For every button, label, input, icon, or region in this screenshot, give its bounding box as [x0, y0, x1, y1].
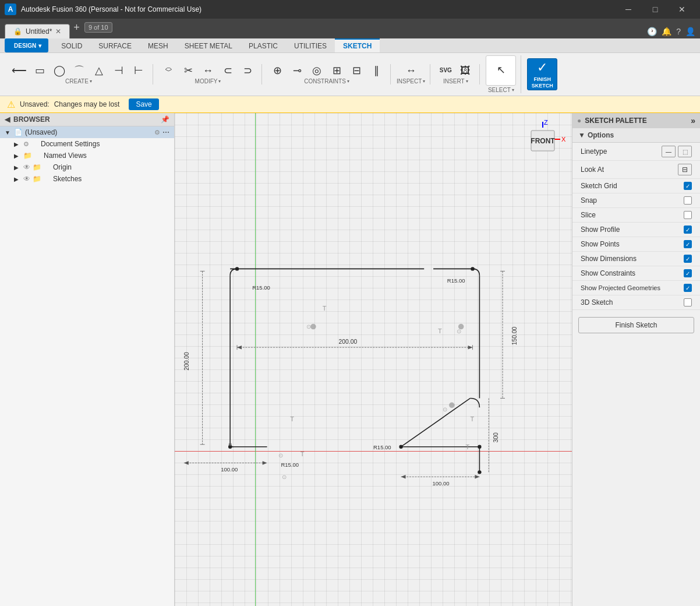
titlebar: A Autodesk Fusion 360 (Personal - Not fo… — [0, 0, 700, 19]
tab-solid[interactable]: SOLID — [53, 38, 90, 52]
named-views-folder-icon: 📁 — [23, 152, 32, 160]
more-icon[interactable]: ⋯ — [162, 128, 169, 136]
palette-options-section[interactable]: ▼ Options — [572, 128, 700, 143]
maximize-button[interactable]: □ — [642, 0, 669, 19]
linetype-solid-icon[interactable]: — — [662, 146, 676, 157]
show-projected-checkbox[interactable]: ✓ — [684, 284, 692, 292]
fillet-icon: ⌔ — [165, 65, 172, 76]
create-mirror-btn[interactable]: ⊣ — [109, 64, 128, 77]
unsaved-toggle-icon[interactable]: ▼ — [5, 129, 12, 136]
tab-sheet-metal[interactable]: SHEET METAL — [176, 38, 241, 52]
design-dropdown[interactable]: DESIGN ▾ — [5, 38, 48, 52]
browser-item-sketches[interactable]: ▶ 👁 📁 Sketches — [0, 173, 174, 185]
ribbon-group-insert: SVG 🖼 INSERT ▾ — [432, 64, 480, 84]
slice-label: Slice — [581, 211, 684, 219]
3d-sketch-checkbox[interactable] — [684, 298, 692, 306]
trim-btn[interactable]: ✂ — [179, 64, 197, 77]
modify-label[interactable]: MODIFY ▾ — [195, 78, 221, 84]
browser-expand-icon[interactable]: ◀ — [5, 115, 10, 124]
create-rect-btn[interactable]: ▭ — [30, 64, 49, 77]
minimize-button[interactable]: ─ — [615, 0, 642, 19]
active-tab[interactable]: 🔒 Untitled* ✕ — [5, 24, 70, 38]
bell-icon[interactable]: 🔔 — [662, 27, 671, 36]
parallel-icon: ∥ — [374, 65, 379, 76]
doc-gear-icon: ⚙ — [23, 140, 29, 148]
sketches-eye-icon[interactable]: 👁 — [23, 175, 30, 183]
modify-tools: ⌔ ✂ ↔ ⊂ ⊃ — [159, 64, 257, 77]
save-button[interactable]: Save — [129, 98, 158, 110]
select-btn[interactable]: ↖ — [486, 55, 516, 86]
tab-close-icon[interactable]: ✕ — [55, 27, 61, 36]
tab-mesh[interactable]: MESH — [140, 38, 176, 52]
view-cube[interactable]: Z X FRONT — [519, 119, 566, 165]
tab-surface[interactable]: SURFACE — [90, 38, 140, 52]
add-tab-button[interactable]: + — [73, 22, 80, 33]
break-btn[interactable]: ⊂ — [218, 64, 237, 77]
options-arrow-icon: ▼ — [578, 131, 585, 139]
fillet-btn[interactable]: ⌔ — [159, 64, 178, 77]
origin-toggle-icon[interactable]: ▶ — [14, 164, 21, 171]
create-label[interactable]: CREATE ▾ — [65, 78, 92, 84]
browser-item-unsaved[interactable]: ▼ 📄 (Unsaved) ⚙ ⋯ — [0, 126, 174, 138]
midpoint-btn[interactable]: ⊞ — [327, 64, 346, 77]
create-circle-btn[interactable]: ◯ — [50, 64, 69, 77]
browser-item-origin[interactable]: ▶ 👁 📁 Origin — [0, 161, 174, 173]
palette-collapse-button[interactable]: » — [691, 116, 695, 125]
dimension-btn[interactable]: ↔ — [402, 64, 420, 77]
inspect-label[interactable]: INSPECT ▾ — [397, 78, 425, 84]
poly-icon: △ — [95, 65, 103, 76]
linetype-dashed-icon[interactable]: ⬚ — [678, 146, 692, 157]
show-profile-checkbox[interactable]: ✓ — [684, 226, 692, 234]
close-button[interactable]: ✕ — [669, 0, 695, 19]
extend-icon: ↔ — [203, 65, 213, 76]
coincident-btn[interactable]: ⊕ — [268, 64, 287, 77]
browser-item-doc-settings[interactable]: ▶ ⚙ Document Settings — [0, 138, 174, 150]
doc-toggle-icon[interactable]: ▶ — [14, 141, 21, 147]
tab-sketch[interactable]: SKETCH — [335, 38, 380, 52]
concentric-btn[interactable]: ◎ — [307, 64, 326, 77]
canvas[interactable]: T T T T T T 200.00 200.00 150.00 — [175, 113, 572, 606]
offset2-btn[interactable]: ⊃ — [238, 64, 257, 77]
browser-pin-icon[interactable]: 📌 — [161, 115, 169, 124]
named-views-toggle-icon[interactable]: ▶ — [14, 153, 21, 159]
slice-checkbox[interactable] — [684, 211, 692, 219]
document-settings-icon[interactable]: ⚙ — [154, 129, 160, 136]
browser-item-named-views[interactable]: ▶ 📁 Named Views — [0, 150, 174, 161]
create-poly-btn[interactable]: △ — [90, 64, 108, 77]
select-label-group[interactable]: SELECT ▾ — [488, 87, 514, 93]
show-dimensions-checkbox[interactable]: ✓ — [684, 255, 692, 263]
finish-sketch-ribbon-btn[interactable]: ✓ FINISH SKETCH — [527, 58, 557, 91]
show-constraints-checkbox[interactable]: ✓ — [684, 269, 692, 277]
snap-checkbox[interactable] — [684, 196, 692, 205]
origin-eye-icon[interactable]: 👁 — [23, 163, 30, 171]
insert-img-btn[interactable]: 🖼 — [456, 64, 475, 77]
constraints-label[interactable]: CONSTRAINTS ▾ — [304, 78, 349, 84]
svg-text:⊙: ⊙ — [282, 474, 287, 480]
tab-utilities[interactable]: UTILITIES — [286, 38, 335, 52]
svg-btn[interactable]: SVG — [436, 64, 455, 77]
collinear-btn[interactable]: ⊸ — [288, 64, 306, 77]
ribbon-content: ⟵ ▭ ◯ ⌒ △ ⊣ ⊢ CREATE ▾ ⌔ ✂ ↔ ⊂ ⊃ — [0, 53, 700, 96]
snap-option: Snap — [572, 193, 700, 208]
sketch-grid-checkbox[interactable]: ✓ — [684, 182, 692, 190]
look-at-button[interactable]: ⊟ — [678, 164, 692, 175]
clock-icon[interactable]: 🕐 — [647, 27, 657, 36]
create-offset-btn[interactable]: ⊢ — [129, 64, 148, 77]
profile-icon[interactable]: 👤 — [685, 27, 695, 36]
extend-btn[interactable]: ↔ — [199, 64, 217, 77]
svg-text:T: T — [438, 327, 442, 334]
create-arc-btn[interactable]: ⌒ — [70, 64, 89, 77]
tab-plastic[interactable]: PLASTIC — [241, 38, 286, 52]
parallel-btn[interactable]: ∥ — [367, 64, 386, 77]
sketch-palette: ● SKETCH PALETTE » ▼ Options Linetype — … — [572, 113, 700, 606]
unsaved-label-text: (Unsaved) — [25, 128, 152, 136]
show-projected-option: Show Projected Geometries ✓ — [572, 281, 700, 295]
insert-label[interactable]: INSERT ▾ — [443, 78, 468, 84]
create-line-btn[interactable]: ⟵ — [9, 64, 29, 77]
finish-sketch-palette-button[interactable]: Finish Sketch — [578, 317, 694, 333]
sketches-toggle-icon[interactable]: ▶ — [14, 176, 21, 182]
browser-panel: ◀ BROWSER 📌 ▼ 📄 (Unsaved) ⚙ ⋯ ▶ ⚙ Docume… — [0, 113, 175, 606]
help-icon[interactable]: ? — [676, 27, 681, 36]
fix-btn[interactable]: ⊟ — [347, 64, 366, 77]
show-points-checkbox[interactable]: ✓ — [684, 240, 692, 248]
